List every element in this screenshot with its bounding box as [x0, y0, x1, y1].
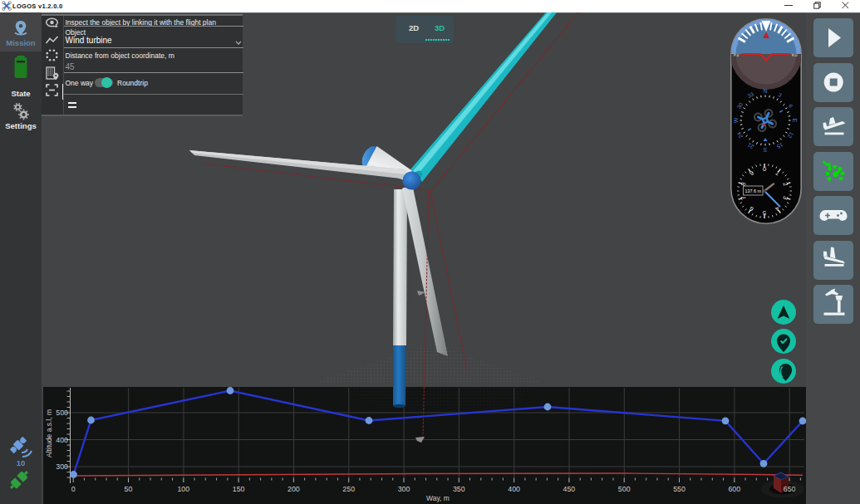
svg-text:0: 0	[763, 165, 766, 173]
svg-text:S: S	[763, 147, 767, 153]
svg-text:137.6 m: 137.6 m	[745, 188, 761, 193]
svg-text:5: 5	[763, 209, 766, 217]
svg-text:N: N	[763, 88, 767, 94]
svg-text:R-0: R-0	[792, 53, 798, 57]
svg-text:P-0: P-0	[734, 53, 740, 57]
svg-text:W: W	[733, 117, 739, 123]
svg-text:E: E	[792, 119, 798, 123]
